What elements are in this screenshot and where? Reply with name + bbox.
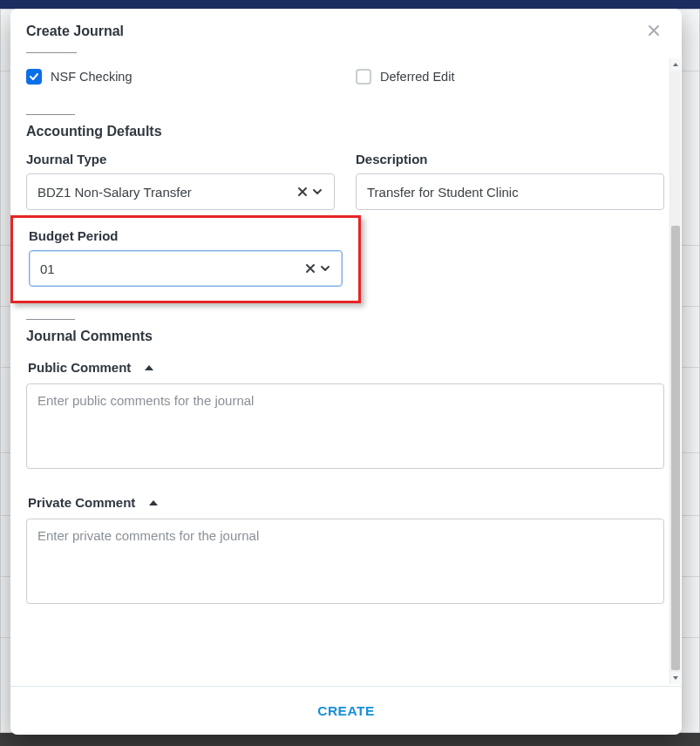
app-header-bar bbox=[0, 0, 700, 9]
clear-x-icon[interactable] bbox=[297, 186, 308, 197]
close-button[interactable] bbox=[642, 19, 666, 44]
journal-type-value: BDZ1 Non-Salary Transfer bbox=[37, 185, 297, 200]
accounting-defaults-title: Accounting Defaults bbox=[26, 124, 664, 139]
scroll-thumb[interactable] bbox=[671, 226, 680, 670]
budget-period-select[interactable]: 01 bbox=[29, 250, 343, 287]
caret-up-icon bbox=[147, 498, 160, 508]
budget-period-value: 01 bbox=[40, 261, 305, 276]
section-separator bbox=[26, 319, 75, 320]
public-comment-label: Public Comment bbox=[28, 360, 131, 375]
nsf-checking-checkbox[interactable] bbox=[26, 69, 42, 85]
scroll-up-button[interactable] bbox=[670, 58, 681, 71]
journal-type-label: Journal Type bbox=[26, 152, 335, 166]
deferred-edit-option[interactable]: Deferred Edit bbox=[356, 69, 664, 85]
options-row: NSF Checking Deferred Edit bbox=[26, 69, 664, 85]
journal-type-select[interactable]: BDZ1 Non-Salary Transfer bbox=[26, 173, 335, 210]
scroll-down-button[interactable] bbox=[670, 672, 681, 684]
public-comment-toggle[interactable]: Public Comment bbox=[28, 360, 664, 375]
accounting-defaults-row-1: Journal Type BDZ1 Non-Salary Transfer bbox=[26, 152, 664, 210]
deferred-edit-checkbox[interactable] bbox=[356, 69, 371, 85]
modal-body: NSF Checking Deferred Edit Accounting De… bbox=[10, 57, 669, 686]
caret-up-icon bbox=[143, 363, 155, 373]
chevron-down-icon[interactable] bbox=[319, 262, 331, 275]
journal-type-field: Journal Type BDZ1 Non-Salary Transfer bbox=[26, 152, 335, 210]
check-icon bbox=[29, 71, 39, 82]
description-label: Description bbox=[356, 152, 664, 166]
public-comment-textarea[interactable] bbox=[26, 383, 664, 469]
modal-header: Create Journal bbox=[10, 9, 682, 44]
journal-comments-title: Journal Comments bbox=[26, 329, 664, 344]
private-comment-label: Private Comment bbox=[28, 495, 135, 510]
section-separator bbox=[26, 114, 75, 115]
nsf-checking-label: NSF Checking bbox=[51, 70, 132, 84]
title-underline bbox=[26, 52, 77, 53]
budget-period-label: Budget Period bbox=[29, 228, 343, 243]
modal-title: Create Journal bbox=[26, 24, 124, 39]
private-comment-toggle[interactable]: Private Comment bbox=[28, 495, 664, 510]
create-button[interactable]: CREATE bbox=[317, 703, 375, 719]
nsf-checking-option[interactable]: NSF Checking bbox=[26, 69, 335, 85]
clear-x-icon[interactable] bbox=[305, 263, 316, 274]
deferred-edit-label: Deferred Edit bbox=[380, 70, 454, 84]
budget-period-highlight: Budget Period 01 bbox=[10, 215, 361, 303]
chevron-down-icon[interactable] bbox=[311, 186, 323, 198]
description-field: Description bbox=[356, 152, 664, 210]
modal-body-wrap: NSF Checking Deferred Edit Accounting De… bbox=[10, 57, 682, 686]
close-icon bbox=[647, 24, 661, 37]
create-journal-modal: Create Journal NSF Checking bbox=[10, 9, 682, 735]
private-comment-textarea[interactable] bbox=[26, 519, 664, 604]
modal-scrollbar[interactable] bbox=[669, 58, 681, 684]
scroll-down-arrow-icon bbox=[672, 675, 679, 682]
app-backdrop: Create Journal NSF Checking bbox=[0, 0, 700, 746]
modal-footer: CREATE bbox=[10, 686, 682, 735]
description-input[interactable] bbox=[356, 173, 664, 210]
scroll-up-arrow-icon bbox=[672, 61, 679, 68]
